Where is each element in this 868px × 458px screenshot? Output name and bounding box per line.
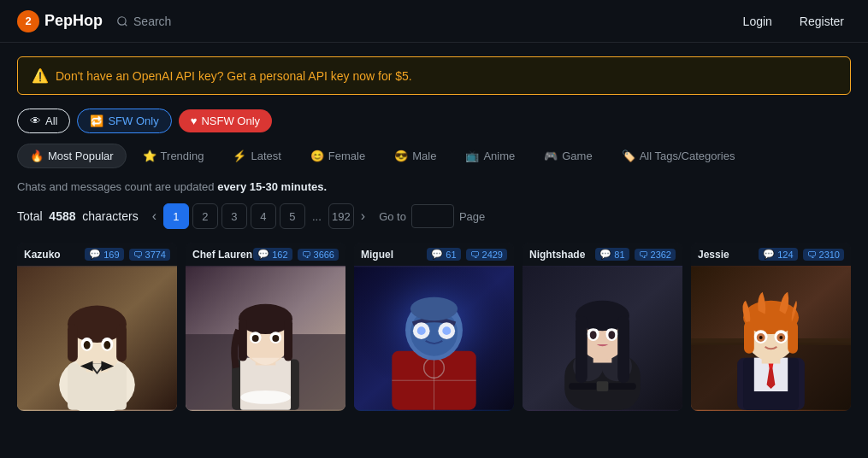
svg-point-0 xyxy=(118,16,126,24)
chat-icon-miguel: 💬 xyxy=(431,249,443,260)
male-icon: 😎 xyxy=(394,150,408,162)
logo-text: PepHop xyxy=(44,12,103,30)
svg-point-30 xyxy=(240,390,291,404)
cat-game-label: Game xyxy=(562,150,592,162)
svg-rect-72 xyxy=(788,321,798,353)
chars-label: characters xyxy=(82,209,138,223)
svg-point-58 xyxy=(590,331,597,339)
alert-icon: ⚠️ xyxy=(32,68,49,84)
card-image-chef-lauren xyxy=(186,266,345,411)
tags-icon: 🏷️ xyxy=(622,150,635,162)
chat-icon-kazuko: 💬 xyxy=(89,249,101,260)
svg-point-77 xyxy=(759,336,763,339)
login-button[interactable]: Login xyxy=(736,11,779,32)
filter-nsfw-button[interactable]: ♥ NSFW Only xyxy=(179,109,272,132)
page-5-button[interactable]: 5 xyxy=(280,203,305,229)
msg-icon-kazuko: 🗨 xyxy=(133,250,143,260)
alert-banner: ⚠️ Don't have an OpenAI API key? Get a p… xyxy=(17,56,851,95)
cat-tab-game[interactable]: 🎮 Game xyxy=(531,144,605,168)
page-3-button[interactable]: 3 xyxy=(221,203,247,229)
svg-rect-50 xyxy=(597,381,609,391)
card-image-jessie xyxy=(691,266,851,411)
next-page-button[interactable]: › xyxy=(357,205,369,227)
page-1-button[interactable]: 1 xyxy=(163,203,189,229)
card-name-nightshade: Nightshade xyxy=(529,249,585,261)
svg-rect-24 xyxy=(239,319,247,361)
register-button[interactable]: Register xyxy=(793,11,851,32)
card-stats-chef-lauren: 💬 162 🗨 3666 xyxy=(253,248,339,261)
character-card-chef-lauren[interactable]: Chef Lauren 💬 162 🗨 3666 xyxy=(186,243,345,411)
star-icon: ⭐ xyxy=(143,150,156,162)
logo-icon: 2 xyxy=(17,10,39,32)
filter-nsfw-label: NSFW Only xyxy=(201,114,260,127)
character-card-nightshade[interactable]: Nightshade 💬 81 🗨 2362 xyxy=(523,243,682,411)
card-name-kazuko: Kazuko xyxy=(24,249,61,261)
chat-icon-nightshade: 💬 xyxy=(599,249,611,260)
card-header-jessie: Jessie 💬 124 🗨 2310 xyxy=(691,243,851,266)
filter-all-button[interactable]: 👁 All xyxy=(17,109,70,133)
chats-count-miguel: 61 xyxy=(446,250,456,260)
card-header-chef-lauren: Chef Lauren 💬 162 🗨 3666 xyxy=(186,243,345,266)
cat-tab-trending[interactable]: ⭐ Trending xyxy=(130,144,217,168)
goto-label: Go to xyxy=(379,210,406,223)
chat-icon-chef: 💬 xyxy=(257,249,269,260)
sfw-icon: 🔁 xyxy=(90,114,103,127)
card-image-nightshade xyxy=(523,266,682,411)
cat-tab-male[interactable]: 😎 Male xyxy=(381,144,449,168)
messages-count-chef: 3666 xyxy=(314,250,334,260)
cat-tab-anime[interactable]: 📺 Anime xyxy=(452,144,528,168)
anime-icon: 📺 xyxy=(465,150,479,162)
total-label: Total xyxy=(17,209,43,223)
cat-male-label: Male xyxy=(412,150,436,162)
last-page-button[interactable]: 192 xyxy=(328,203,354,229)
cat-tab-female[interactable]: 😊 Female xyxy=(298,144,378,168)
filter-all-label: All xyxy=(45,114,57,127)
card-image-miguel xyxy=(354,266,514,411)
prev-page-button[interactable]: ‹ xyxy=(149,205,160,227)
pagination-total: Total 4588 characters xyxy=(17,209,139,223)
cat-anime-label: Anime xyxy=(483,150,515,162)
card-name-chef-lauren: Chef Lauren xyxy=(192,249,252,261)
card-stats-kazuko: 💬 169 🗨 3774 xyxy=(85,248,170,261)
card-name-miguel: Miguel xyxy=(361,249,393,261)
page-4-button[interactable]: 4 xyxy=(251,203,276,229)
alert-link[interactable]: Don't have an OpenAI API key? Get a pers… xyxy=(56,69,412,83)
messages-badge-chef: 🗨 3666 xyxy=(298,249,339,261)
cat-most-popular-label: Most Popular xyxy=(48,150,114,162)
cat-tab-latest[interactable]: ⚡ Latest xyxy=(220,144,293,168)
pagination-ellipsis: ... xyxy=(309,210,325,223)
msg-icon-jessie: 🗨 xyxy=(807,250,817,260)
goto-input[interactable] xyxy=(411,204,454,228)
cat-tab-most-popular[interactable]: 🔥 Most Popular xyxy=(17,144,127,168)
svg-point-43 xyxy=(442,326,451,335)
chat-icon-jessie: 💬 xyxy=(763,249,775,260)
game-icon: 🎮 xyxy=(544,150,558,162)
card-header-kazuko: Kazuko 💬 169 🗨 3774 xyxy=(17,243,177,266)
header: 2 PepHop Search Login Register xyxy=(0,0,868,43)
logo[interactable]: 2 PepHop xyxy=(17,10,103,32)
category-tabs: 🔥 Most Popular ⭐ Trending ⚡ Latest 😊 Fem… xyxy=(17,144,851,168)
character-card-jessie[interactable]: Jessie 💬 124 🗨 2310 xyxy=(691,243,851,411)
svg-point-59 xyxy=(608,331,615,339)
card-stats-miguel: 💬 61 🗨 2429 xyxy=(427,248,507,261)
chats-badge-miguel: 💬 61 xyxy=(427,248,460,261)
bolt-icon: ⚡ xyxy=(233,150,246,162)
svg-point-42 xyxy=(417,326,426,335)
character-card-miguel[interactable]: Miguel 💬 61 🗨 2429 xyxy=(354,243,514,411)
search-bar[interactable]: Search xyxy=(116,15,171,28)
character-card-kazuko[interactable]: Kazuko 💬 169 🗨 3774 xyxy=(17,243,177,411)
msg-icon-miguel: 🗨 xyxy=(470,250,480,260)
svg-rect-55 xyxy=(617,315,629,383)
cat-tab-all-tags[interactable]: 🏷️ All Tags/Categories xyxy=(609,144,748,168)
chats-badge-kazuko: 💬 169 xyxy=(85,248,123,261)
female-icon: 😊 xyxy=(310,150,324,162)
svg-rect-7 xyxy=(68,324,78,361)
messages-badge-miguel: 🗨 2429 xyxy=(466,249,507,261)
filter-sfw-button[interactable]: 🔁 SFW Only xyxy=(77,109,171,133)
card-name-jessie: Jessie xyxy=(698,249,729,261)
header-right: Login Register xyxy=(736,11,851,32)
filter-sfw-label: SFW Only xyxy=(108,114,158,127)
page-2-button[interactable]: 2 xyxy=(192,203,218,229)
search-icon xyxy=(116,15,128,27)
eye-icon: 👁 xyxy=(30,114,41,127)
